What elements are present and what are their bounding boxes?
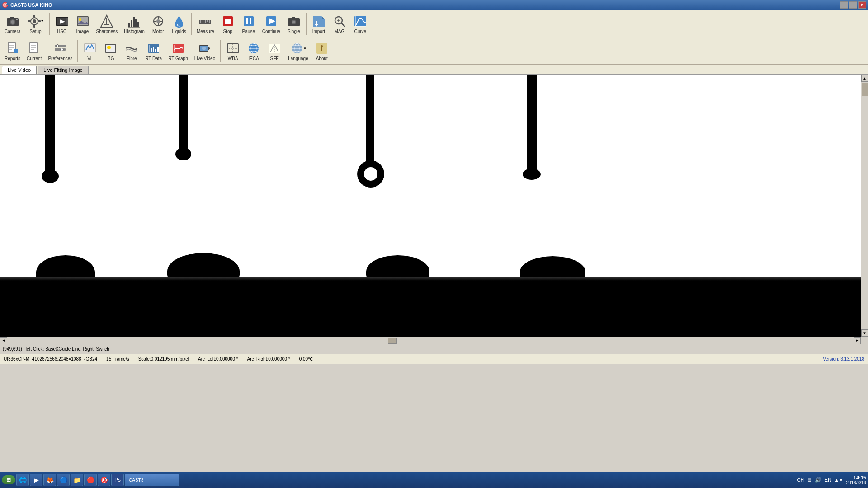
image-icon	[75, 14, 90, 28]
image-canvas	[0, 75, 861, 337]
rt-data-button[interactable]: RT Data	[142, 39, 165, 63]
scroll-down-button[interactable]: ▼	[861, 329, 868, 337]
continue-label: Continue	[262, 29, 280, 34]
preferences-label: Preferences	[48, 56, 72, 61]
separator2	[191, 13, 192, 35]
taskbar-ie-icon[interactable]: 🌐	[16, 474, 29, 486]
taskbar-date: 2016/3/19	[846, 480, 867, 485]
preferences-button[interactable]: Preferences	[45, 39, 75, 63]
scroll-thumb-horizontal[interactable]	[388, 338, 397, 344]
toolbar-row1: Camera ▼ Setup	[0, 10, 868, 38]
hsc-button[interactable]: HSC	[52, 12, 72, 36]
sfe-button[interactable]: SFE	[264, 39, 284, 63]
image-label: Image	[76, 29, 89, 34]
sharpness-label: Sharpness	[96, 29, 118, 34]
taskbar-folder-icon[interactable]: 📁	[71, 474, 83, 486]
framerate-info: 15 Frame/s	[106, 357, 129, 361]
fibre-label: Fibre	[127, 56, 137, 61]
active-app-label: CAST3	[129, 478, 143, 483]
tray-ch: CH	[797, 478, 804, 483]
scroll-right-button[interactable]: ►	[854, 337, 861, 344]
maximize-button[interactable]: □	[849, 1, 857, 9]
rt-data-label: RT Data	[145, 56, 162, 61]
curve-button[interactable]: Curve	[350, 12, 370, 36]
horizontal-scrollbar[interactable]: ◄ ►	[0, 337, 861, 344]
scroll-up-button[interactable]: ▲	[861, 75, 868, 82]
window-controls[interactable]: ─ □ ✕	[840, 1, 866, 9]
ieca-button[interactable]: IECA	[244, 39, 264, 63]
pause-button[interactable]: Pause	[239, 12, 259, 36]
svg-rect-88	[155, 49, 156, 52]
live-video-label: Live Video	[194, 56, 216, 61]
svg-marker-52	[322, 16, 325, 19]
wba-button[interactable]: WBA	[223, 39, 243, 63]
reports-label: Reports	[5, 56, 20, 61]
camera-button[interactable]: Camera	[2, 12, 24, 36]
image-button[interactable]: Image	[73, 12, 93, 36]
live-video-button[interactable]: Live Video	[192, 39, 218, 63]
mag-label: MAG	[334, 29, 344, 34]
tab-live-fitting[interactable]: Live Fitting Image	[38, 66, 89, 74]
setup-button[interactable]: ▼ Setup	[24, 12, 47, 36]
camera-icon	[5, 14, 20, 28]
import-button[interactable]: Import	[309, 12, 329, 36]
separator4	[77, 40, 78, 62]
measure-icon	[198, 14, 212, 28]
measure-button[interactable]: Measure	[194, 12, 217, 36]
import-label: Import	[312, 29, 325, 34]
scroll-thumb-vertical[interactable]	[862, 83, 868, 96]
scroll-left-button[interactable]: ◄	[0, 337, 7, 344]
svg-rect-22	[128, 23, 130, 27]
taskbar-app1-icon[interactable]: 🎯	[98, 474, 110, 486]
ieca-icon	[246, 41, 261, 56]
app-icon: 🎯	[2, 2, 9, 8]
taskbar-ie2-icon[interactable]: 🔵	[57, 474, 70, 486]
hscroll-track[interactable]	[7, 337, 854, 344]
bg-button[interactable]: BG	[101, 39, 121, 63]
stop-label: Stop	[223, 29, 233, 34]
sfe-label: SFE	[270, 56, 279, 61]
vertical-scrollbar[interactable]: ▲ ▼	[861, 75, 868, 337]
svg-rect-71	[30, 43, 37, 52]
fibre-button[interactable]: Fibre	[122, 39, 142, 63]
histogram-button[interactable]: Histogram	[121, 12, 147, 36]
toolbar-row2: Reports Current	[0, 38, 868, 64]
current-button[interactable]: Current	[24, 39, 44, 63]
liquids-button[interactable]: Liquids	[169, 12, 189, 36]
camera-info: UI336xCP-M_4102672566:2048×1088 RGB24	[4, 357, 97, 361]
reports-button[interactable]: Reports	[2, 39, 23, 63]
cast3-taskbar-button[interactable]: CAST3	[125, 474, 179, 486]
sharpness-button[interactable]: Sharpness	[94, 12, 121, 36]
scale-info: Scale:0.012195 mm/pixel	[138, 357, 189, 361]
separator3	[306, 13, 307, 35]
stop-button[interactable]: Stop	[218, 12, 238, 36]
svg-rect-9	[28, 20, 31, 22]
taskbar-ps-icon[interactable]: Ps	[111, 474, 124, 486]
tab-live-video[interactable]: Live Video	[2, 66, 37, 74]
mag-button[interactable]: MAG	[330, 12, 349, 36]
minimize-button[interactable]: ─	[840, 1, 848, 9]
about-button[interactable]: i About	[312, 39, 332, 63]
rt-graph-button[interactable]: RT Graph	[165, 39, 191, 63]
start-button[interactable]: ⊞	[2, 475, 15, 484]
svg-point-78	[61, 48, 63, 51]
svg-rect-51	[313, 16, 322, 27]
taskbar-media-icon[interactable]: ▶	[30, 474, 42, 486]
svg-rect-86	[151, 48, 152, 52]
click-info: left Click: Base&Guide Line, Right: Swit…	[26, 347, 109, 352]
mag-icon	[332, 14, 347, 28]
bg-label: BG	[108, 56, 114, 61]
taskbar-firefox-icon[interactable]: 🦊	[43, 474, 56, 486]
vl-button[interactable]: VL	[80, 39, 100, 63]
close-button[interactable]: ✕	[858, 1, 866, 9]
language-button[interactable]: ▼ Language	[285, 39, 311, 63]
taskbar-chrome-icon[interactable]: 🔴	[84, 474, 97, 486]
arc-right-info: Arc_Right:0.000000 °	[247, 357, 290, 361]
continue-button[interactable]: Continue	[259, 12, 283, 36]
about-label: About	[316, 56, 328, 61]
wba-label: WBA	[228, 56, 238, 61]
motor-button[interactable]: Motor	[148, 12, 168, 36]
tray-sound-icon: 🔊	[815, 477, 821, 483]
tray-network-icon: 🖥	[807, 477, 812, 483]
single-button[interactable]: Single	[284, 12, 304, 36]
